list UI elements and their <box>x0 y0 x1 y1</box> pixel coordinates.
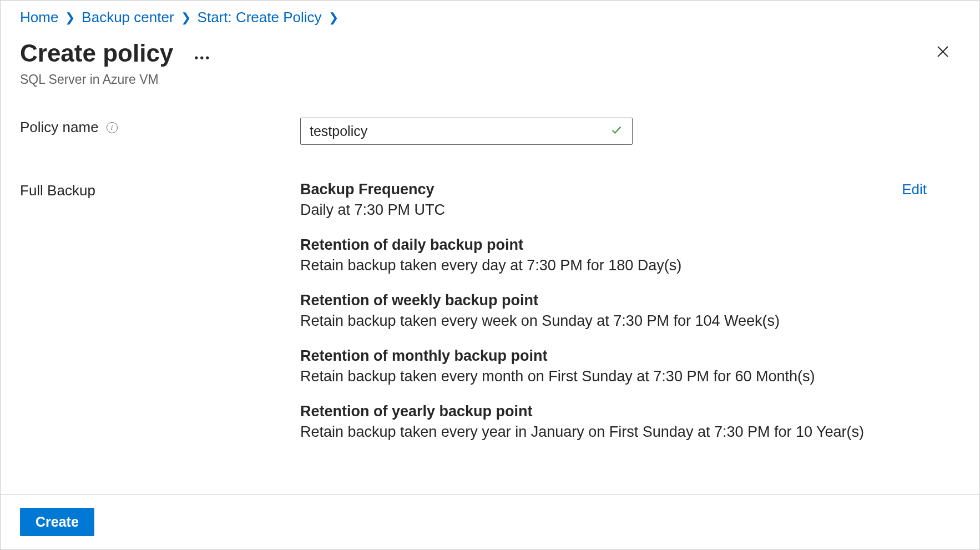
chevron-right-icon: ❯ <box>65 11 75 25</box>
breadcrumb-home[interactable]: Home <box>20 9 58 26</box>
detail-value: Retain backup taken every month on First… <box>300 368 864 385</box>
create-button[interactable]: Create <box>20 508 94 536</box>
detail-value: Retain backup taken every week on Sunday… <box>300 312 864 330</box>
detail-heading: Retention of monthly backup point <box>300 347 864 365</box>
detail-daily-retention: Retention of daily backup point Retain b… <box>300 236 864 274</box>
breadcrumb: Home ❯ Backup center ❯ Start: Create Pol… <box>20 9 960 26</box>
checkmark-icon <box>610 124 623 139</box>
more-actions-button[interactable]: ••• <box>194 52 211 63</box>
chevron-right-icon: ❯ <box>329 11 339 25</box>
detail-heading: Retention of weekly backup point <box>300 292 864 309</box>
full-backup-details: Backup Frequency Daily at 7:30 PM UTC Re… <box>300 181 864 441</box>
page-title: Create policy <box>20 40 173 67</box>
detail-value: Daily at 7:30 PM UTC <box>300 201 864 219</box>
chevron-right-icon: ❯ <box>181 11 191 25</box>
breadcrumb-backup-center[interactable]: Backup center <box>82 9 174 26</box>
close-icon <box>936 45 949 58</box>
detail-heading: Retention of daily backup point <box>300 236 864 254</box>
detail-value: Retain backup taken every year in Januar… <box>300 423 864 441</box>
policy-name-label: Policy name <box>20 119 99 136</box>
detail-heading: Backup Frequency <box>300 181 864 198</box>
breadcrumb-start-create-policy[interactable]: Start: Create Policy <box>198 9 322 26</box>
policy-name-input[interactable] <box>300 118 633 145</box>
info-icon[interactable]: i <box>107 122 118 133</box>
detail-weekly-retention: Retention of weekly backup point Retain … <box>300 292 864 330</box>
detail-value: Retain backup taken every day at 7:30 PM… <box>300 257 864 274</box>
detail-yearly-retention: Retention of yearly backup point Retain … <box>300 403 864 441</box>
detail-heading: Retention of yearly backup point <box>300 403 864 420</box>
edit-full-backup-button[interactable]: Edit <box>902 181 960 198</box>
page-subtitle: SQL Server in Azure VM <box>20 72 211 87</box>
detail-frequency: Backup Frequency Daily at 7:30 PM UTC <box>300 181 864 219</box>
detail-monthly-retention: Retention of monthly backup point Retain… <box>300 347 864 385</box>
footer-bar: Create <box>1 494 979 549</box>
close-button[interactable] <box>934 43 952 63</box>
full-backup-label: Full Backup <box>20 181 300 199</box>
